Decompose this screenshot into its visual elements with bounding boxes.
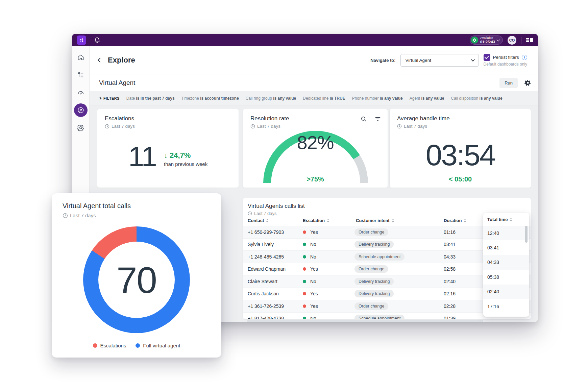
escalation-cell: Yes: [303, 303, 318, 309]
legend-item-full-virtual-agent[interactable]: Full virtual agent: [136, 343, 180, 348]
total-time-values: 12:4003:4104:3305:3802:4017:16: [483, 226, 529, 314]
escalation-label: No: [310, 254, 316, 260]
logo-dots: [80, 39, 81, 42]
card-period: Last 7 days: [254, 211, 277, 216]
chevron-down-icon: [497, 38, 500, 41]
total-time-cell: 05:38: [483, 270, 529, 284]
sort-icon: [266, 219, 269, 222]
escalations-delta-note: than previous week: [164, 161, 207, 167]
sidebar-divider: [76, 140, 86, 140]
filter-item[interactable]: Date is in the past 7 days: [126, 96, 175, 101]
column-header-duration[interactable]: Duration: [444, 218, 466, 223]
sidebar-item-home[interactable]: [74, 51, 88, 64]
total-calls-value: 70: [117, 259, 156, 301]
legend-dot-blue: [136, 343, 140, 348]
status-label: Available: [480, 36, 495, 40]
clock-icon: [250, 124, 255, 129]
sort-icon: [392, 219, 394, 222]
escalation-cell: Yes: [303, 266, 318, 272]
average-handle-time-card: Average handle time Last 7 days 03:54 < …: [389, 109, 531, 188]
intent-cell: Schedule appointment: [354, 253, 405, 261]
contact-cell: +1 650-299-7903: [248, 229, 284, 235]
search-icon[interactable]: [361, 116, 367, 122]
escalation-cell: No: [303, 254, 316, 260]
total-calls-card: Virtual Agent total calls Last 7 days 70…: [52, 193, 221, 358]
bell-icon[interactable]: [94, 37, 100, 43]
total-time-floating-column[interactable]: Total time 12:4003:4104:3305:3802:4017:1…: [483, 213, 529, 317]
sidebar-item-workspaces[interactable]: [74, 68, 88, 82]
total-time-cell: 02:40: [483, 285, 529, 299]
filter-item[interactable]: Call disposition is any value: [451, 96, 503, 101]
column-header-escalation[interactable]: Escalation: [303, 218, 329, 223]
persist-filters-label: Persist filters: [493, 55, 519, 60]
intent-badge: Schedule appointment: [354, 253, 405, 261]
sidebar-item-dashboards[interactable]: [74, 86, 88, 99]
navigate-to-value: Virtual Agent: [406, 58, 431, 63]
duration-cell: 02:58: [444, 266, 456, 272]
intent-cell: Order change: [354, 302, 388, 310]
column-header-total-time[interactable]: Total time: [487, 217, 512, 222]
escalation-cell: No: [303, 242, 316, 247]
sort-icon: [464, 219, 466, 222]
navigate-to-label: Navigate to:: [370, 58, 395, 63]
escalations-card: Escalations Last 7 days 11 ↓ 24,7% than …: [97, 109, 239, 188]
escalation-dot: [303, 243, 306, 246]
persist-filters-checkbox[interactable]: [484, 54, 490, 61]
chevron-right-icon: [99, 97, 101, 99]
escalation-label: Yes: [310, 229, 318, 235]
intent-badge: Order change: [354, 228, 388, 236]
column-header-customer-intent[interactable]: Customer intent: [356, 218, 394, 223]
gear-icon: [77, 125, 83, 131]
intent-cell: Delivery tracking: [354, 241, 394, 248]
sidebar-item-admin[interactable]: [74, 121, 88, 134]
filter-item[interactable]: Agent is any value: [410, 96, 444, 101]
filter-item[interactable]: Timezone is account timezone: [181, 96, 239, 101]
total-time-cell: 04:33: [483, 255, 529, 270]
legend-dot-red: [93, 343, 97, 348]
escalation-label: No: [310, 279, 316, 284]
horizontal-scrollbar[interactable]: [247, 320, 483, 322]
filter-funnel-icon[interactable]: [375, 116, 381, 122]
back-chevron-icon[interactable]: [98, 58, 102, 63]
contact-cell: +1 817-428-4738: [248, 316, 284, 319]
intent-cell: Schedule appointment: [354, 315, 405, 319]
filter-item[interactable]: Phone number is any value: [352, 96, 403, 101]
sidebar-item-explore[interactable]: [74, 103, 88, 117]
escalation-label: Yes: [310, 266, 318, 272]
escalation-dot: [303, 280, 306, 283]
contact-cell: Sylvia Lively: [248, 242, 274, 247]
aht-value: 03:54: [390, 140, 531, 170]
presence-status[interactable]: Available 01:25:43: [470, 35, 503, 45]
panels-icon[interactable]: [526, 38, 533, 42]
info-icon[interactable]: i: [522, 55, 527, 60]
navigate-to-select[interactable]: Virtual Agent: [400, 54, 479, 67]
page-header: Explore Navigate to: Virtual Agent Persi…: [90, 46, 538, 74]
filters-label: FILTERS: [103, 96, 120, 100]
card-title: Virtual Agents calls list: [248, 203, 526, 210]
home-icon: [78, 55, 83, 60]
intent-cell: Delivery tracking: [354, 290, 394, 297]
intent-badge: Order change: [354, 265, 388, 273]
app-canvas: t Available 01:25:43 CO: [0, 0, 588, 392]
filters-bar: FILTERS Date is in the past 7 daysTimezo…: [90, 91, 538, 105]
available-status-icon: [471, 36, 478, 44]
duration-cell: 04:33: [444, 254, 456, 260]
filter-item[interactable]: Call ring group is any value: [246, 96, 296, 101]
intent-cell: Order change: [354, 228, 388, 236]
filters-toggle[interactable]: FILTERS: [99, 96, 120, 100]
persist-filters-note: Default dashboards only: [484, 62, 527, 67]
duration-cell: 02:40: [444, 279, 456, 284]
avatar[interactable]: CO: [508, 36, 516, 45]
legend-item-escalations[interactable]: Escalations: [93, 343, 126, 348]
sort-icon: [510, 218, 512, 221]
filter-item[interactable]: Dedicated line is TRUE: [303, 96, 345, 101]
vertical-scrollbar[interactable]: [525, 226, 528, 243]
column-header-contact[interactable]: Contact: [248, 218, 269, 223]
intent-cell: Delivery tracking: [354, 278, 394, 285]
app-logo[interactable]: t: [77, 35, 86, 45]
total-calls-donut: 70: [83, 226, 190, 333]
dashboard-settings-gear-icon[interactable]: [524, 79, 531, 86]
escalation-cell: No: [303, 316, 316, 319]
total-time-cell: 12:40: [483, 226, 529, 240]
run-button[interactable]: Run: [499, 78, 518, 88]
